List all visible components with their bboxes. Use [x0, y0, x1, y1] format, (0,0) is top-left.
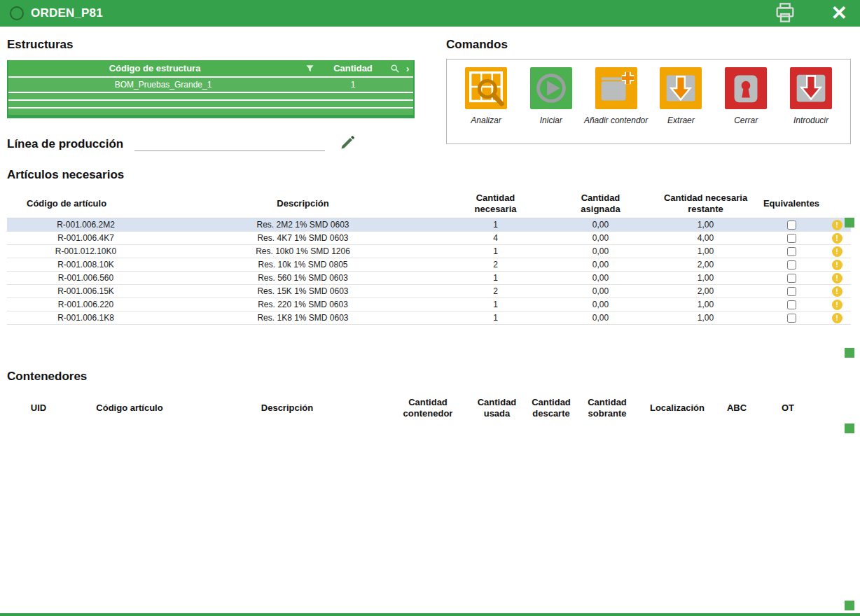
articulo-row[interactable]: R-001.012.10K0Res. 10k0 1% SMD 120610,00… — [7, 245, 851, 258]
warning-icon: ! — [832, 260, 842, 270]
equivalentes-checkbox[interactable] — [787, 247, 796, 256]
articulo-codigo-cell: R-001.006.2M2 — [7, 220, 165, 230]
equivalentes-checkbox[interactable] — [787, 234, 796, 243]
contenedores-column-header: UID — [7, 402, 70, 414]
equivalentes-checkbox[interactable] — [787, 274, 796, 283]
articulo-codigo-cell: R-001.012.10K0 — [7, 246, 165, 256]
articulos-column-header: Equivalentes — [760, 198, 823, 209]
close-button[interactable]: ✕ — [828, 4, 850, 23]
chevron-right-icon[interactable]: › — [402, 63, 413, 74]
articulos-column-header: Cantidad necesaria restante — [651, 192, 760, 214]
contenedores-column-header: Cantidad usada — [471, 397, 523, 419]
window-title: ORDEN_P81 — [31, 6, 103, 20]
edit-pencil-icon[interactable] — [339, 134, 356, 151]
green-marker-square — [845, 601, 854, 610]
articulo-cantidad-necesaria-cell: 1 — [441, 246, 550, 256]
print-button[interactable] — [772, 1, 798, 25]
articulo-row[interactable]: R-001.006.15KRes. 15K 1% SMD 060320,002,… — [7, 285, 851, 298]
articulo-row[interactable]: R-001.006.220Res. 220 1% SMD 060310,001,… — [7, 298, 851, 312]
articulo-cantidad-restante-cell: 1,00 — [651, 220, 760, 230]
command-introducir[interactable]: Introducir — [780, 66, 842, 125]
estructuras-heading: Estructuras — [7, 38, 415, 52]
articulo-cantidad-necesaria-cell: 2 — [441, 286, 550, 296]
add-container-icon — [595, 66, 638, 110]
equivalentes-checkbox[interactable] — [787, 300, 796, 309]
contenedores-column-header: Localización — [635, 402, 719, 414]
linea-produccion: Línea de producción — [7, 134, 356, 151]
articulo-cantidad-asignada-cell: 0,00 — [550, 273, 651, 283]
estructuras-table-header: Código de estructura Cantidad › — [8, 60, 413, 76]
articulo-equivalentes-cell — [760, 233, 823, 243]
articulo-equivalentes-cell — [760, 313, 823, 323]
articulo-cantidad-asignada-cell: 0,00 — [550, 286, 651, 296]
articulo-row[interactable]: R-001.008.10KRes. 10k 1% SMD 080520,002,… — [7, 258, 851, 272]
articulo-warning-cell: ! — [823, 260, 851, 270]
estructura-row[interactable]: BOM_Pruebas_Grande_11 — [8, 78, 413, 92]
command-analizar[interactable]: Analizar — [455, 66, 517, 125]
command-label-analizar: Analizar — [471, 115, 501, 125]
articulo-descripcion-cell: Res. 560 1% SMD 0603 — [165, 273, 441, 283]
contenedores-column-header: ABC — [719, 402, 754, 414]
articulo-cantidad-necesaria-cell: 4 — [441, 233, 550, 243]
articulos-column-header: Código de artículo — [7, 198, 165, 209]
articulo-descripcion-cell: Res. 10k0 1% SMD 1206 — [165, 246, 441, 256]
estructura-cantidad-cell: 1 — [318, 80, 388, 90]
contenedores-heading: Contenedores — [7, 370, 851, 384]
articulo-cantidad-restante-cell: 2,00 — [651, 286, 760, 296]
estructura-empty-row — [8, 108, 413, 115]
articulo-cantidad-asignada-cell: 0,00 — [550, 233, 651, 243]
articulo-row[interactable]: R-001.006.4K7Res. 4K7 1% SMD 060340,004,… — [7, 232, 851, 245]
articulo-descripcion-cell: Res. 220 1% SMD 0603 — [165, 300, 441, 309]
estructuras-table: Código de estructura Cantidad › BOM_Prue… — [7, 60, 415, 118]
articulo-cantidad-asignada-cell: 0,00 — [550, 300, 651, 309]
articulo-cantidad-necesaria-cell: 1 — [441, 273, 550, 283]
extract-icon — [659, 66, 702, 110]
articulos-body: R-001.006.2M2Res. 2M2 1% SMD 060310,001,… — [7, 218, 851, 325]
estructura-codigo-cell: BOM_Pruebas_Grande_1 — [8, 80, 318, 90]
app-logo-circle-icon — [10, 6, 24, 20]
equivalentes-checkbox[interactable] — [787, 314, 796, 323]
articulo-cantidad-restante-cell: 1,00 — [651, 273, 760, 283]
articulo-cantidad-asignada-cell: 0,00 — [550, 260, 651, 270]
play-icon — [529, 66, 573, 110]
command-iniciar[interactable]: Iniciar — [520, 66, 582, 125]
articulo-row[interactable]: R-001.006.560Res. 560 1% SMD 060310,001,… — [7, 272, 851, 285]
articulos-column-header: Cantidad asignada — [550, 192, 651, 214]
articulo-descripcion-cell: Res. 10k 1% SMD 0805 — [165, 260, 441, 270]
estructura-empty-row — [8, 101, 413, 107]
linea-produccion-input[interactable] — [134, 136, 325, 151]
orden-window: ORDEN_P81 ✕ Estructuras Código de estruc… — [0, 0, 860, 616]
equivalentes-checkbox[interactable] — [787, 260, 796, 270]
articulo-warning-cell: ! — [823, 286, 851, 297]
articulo-codigo-cell: R-001.008.10K — [7, 260, 165, 270]
articulo-cantidad-restante-cell: 4,00 — [651, 233, 760, 243]
articulo-cantidad-necesaria-cell: 1 — [441, 220, 550, 230]
articulo-warning-cell: ! — [823, 233, 851, 244]
command-cerrar[interactable]: Cerrar — [715, 66, 777, 125]
equivalentes-checkbox[interactable] — [787, 287, 796, 296]
titlebar-actions: ✕ — [772, 1, 850, 25]
warning-icon: ! — [832, 233, 842, 244]
articulo-cantidad-restante-cell: 1,00 — [651, 313, 760, 323]
equivalentes-checkbox[interactable] — [787, 220, 796, 230]
articulo-warning-cell: ! — [823, 313, 851, 323]
contenedores-column-header: Cantidad contenedor — [385, 397, 471, 419]
linea-produccion-label: Línea de producción — [7, 137, 123, 151]
articulos-heading: Artículos necesarios — [7, 168, 851, 182]
command-añadir-contendor[interactable]: Añadir contendor — [585, 66, 647, 125]
contenedores-column-header: OT — [754, 402, 821, 414]
warning-icon: ! — [832, 246, 842, 257]
articulo-descripcion-cell: Res. 4K7 1% SMD 0603 — [165, 233, 441, 243]
estructura-empty-row — [8, 93, 413, 99]
articulo-row[interactable]: R-001.006.2M2Res. 2M2 1% SMD 060310,001,… — [7, 218, 851, 232]
command-extraer[interactable]: Extraer — [650, 66, 712, 125]
articulo-warning-cell: ! — [823, 273, 851, 284]
search-icon[interactable] — [388, 64, 402, 74]
filter-funnel-icon[interactable] — [301, 64, 318, 73]
articulo-cantidad-restante-cell: 1,00 — [651, 300, 760, 309]
articulo-row[interactable]: R-001.006.1K8Res. 1K8 1% SMD 060310,001,… — [7, 312, 851, 325]
estructuras-body: BOM_Pruebas_Grande_11 — [8, 78, 413, 115]
warning-icon: ! — [832, 300, 842, 310]
estructuras-section: Estructuras Código de estructura Cantida… — [7, 38, 415, 118]
articulos-column-header: Descripción — [165, 198, 441, 209]
